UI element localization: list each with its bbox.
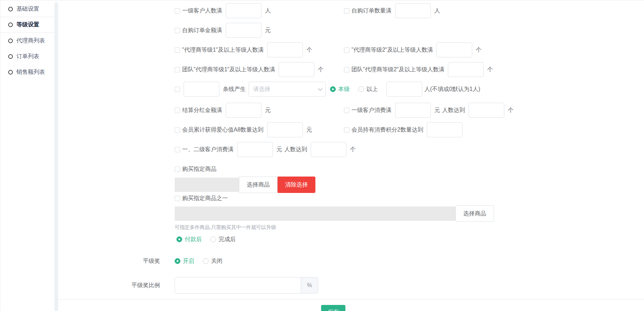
condition-label: 会员持有消费积分2数量达到 [351, 126, 423, 134]
lines-count-input[interactable] [184, 82, 219, 97]
condition-label: 团队"代理商等级1"及以上等级人数满 [182, 66, 275, 73]
radio-above-level[interactable] [358, 86, 364, 92]
sidebar-item-sales-list[interactable]: 销售额列表 [0, 64, 54, 80]
sidebar-item-label: 销售额列表 [16, 68, 45, 76]
condition-label: 结算分红金额满 [182, 107, 222, 114]
love-value-input[interactable] [267, 122, 303, 137]
condition-label: 自购订单金额满 [182, 27, 222, 34]
circle-icon [8, 70, 13, 75]
unit-label: 个 [476, 46, 481, 54]
unit-label: 个 [487, 66, 493, 73]
peer-award-label: 平级奖 [58, 258, 160, 265]
checkbox-team-agent-level2[interactable] [344, 67, 349, 72]
checkbox-love-value[interactable] [175, 127, 180, 133]
radio-after-payment[interactable] [176, 236, 182, 242]
circle-icon [8, 7, 13, 11]
condition-label: 会员累计获得爱心值A8数量达到 [182, 126, 264, 134]
select-products-button[interactable]: 选择商品 [455, 205, 494, 222]
peer-award-ratio-label: 平级奖比例 [58, 282, 160, 289]
lines-suffix-label: 人(不填或0默认为1人) [424, 86, 480, 93]
radio-label: 关闭 [211, 258, 223, 265]
radio-peer-award-off[interactable] [203, 258, 209, 264]
checkbox-dividend-amount[interactable] [175, 108, 180, 113]
unit-label: 元 [265, 107, 271, 114]
unit-label: 个 [306, 46, 312, 54]
condition-label: "代理商等级1"及以上等级人数满 [182, 46, 264, 54]
agent-level1-input[interactable] [267, 42, 303, 57]
radio-current-level[interactable] [330, 86, 336, 92]
circle-icon [8, 22, 13, 27]
dividend-amount-input[interactable] [226, 103, 261, 118]
agent-level2-input[interactable] [436, 42, 472, 57]
unit-label: 元 [306, 126, 312, 134]
select-placeholder: 请选择 [253, 86, 270, 93]
unit-label: 元 [276, 146, 282, 153]
checkbox-buy-product[interactable] [175, 167, 180, 172]
checkbox-team-agent-level1[interactable] [175, 67, 180, 72]
unit-label: 个 [508, 107, 514, 114]
circle-icon [8, 39, 13, 43]
sidebar-item-order-list[interactable]: 订单列表 [0, 49, 54, 64]
team-agent-level1-input[interactable] [279, 62, 314, 77]
lines-mid-label: 条线产生 [223, 86, 246, 93]
checkbox-buy-one-of-products[interactable] [175, 196, 180, 201]
select-product-button[interactable]: 选择商品 [239, 177, 278, 193]
sidebar-item-label: 代理商列表 [16, 37, 45, 45]
points2-input[interactable] [427, 122, 463, 137]
sidebar-item-label: 等级设置 [16, 21, 39, 29]
level12-consumption-input[interactable] [237, 142, 273, 157]
scrollbar[interactable] [54, 2, 58, 311]
unit-label: 个 [318, 66, 324, 73]
level-settings-form: 一级客户人数满 人 自购订单数量满 人 自购订单金额满 元 "代理商等级1"及以… [58, 0, 644, 311]
radio-label: 本级 [338, 86, 350, 93]
condition-label: 一级客户人数满 [182, 7, 222, 15]
circle-icon [8, 54, 13, 59]
peer-award-ratio-input[interactable] [175, 277, 301, 293]
chevron-down-icon [318, 86, 323, 91]
checkbox-self-order-count[interactable] [344, 8, 349, 14]
checkbox-first-level-customers[interactable] [175, 8, 180, 14]
sidebar-item-agent-list[interactable]: 代理商列表 [0, 33, 54, 49]
checkbox-agent-level2[interactable] [344, 47, 349, 53]
checkbox-lines-condition[interactable] [175, 87, 180, 92]
checkbox-self-order-amount[interactable] [175, 28, 180, 33]
selected-product-field [175, 178, 239, 192]
first-level-consumption-input[interactable] [395, 103, 431, 118]
condition-label: 团队"代理商等级2"及以上等级人数满 [351, 66, 444, 73]
condition-label: 自购订单数量满 [351, 7, 391, 15]
lines-people-input[interactable] [386, 82, 422, 97]
self-order-amount-input[interactable] [226, 23, 261, 38]
clear-selection-button[interactable]: 清除选择 [278, 177, 315, 193]
sidebar-item-basic-settings[interactable]: 基础设置 [0, 1, 54, 17]
checkbox-agent-level1[interactable] [175, 47, 180, 53]
unit-label: 人 [434, 7, 440, 15]
self-order-count-input[interactable] [395, 3, 431, 18]
checkbox-first-level-consumption[interactable] [344, 108, 349, 113]
condition-label: 购买指定商品 [182, 165, 216, 173]
checkbox-points2[interactable] [344, 127, 349, 133]
products-hint: 可指定多件商品,只需购买其中一件就可以升级 [175, 224, 276, 231]
unit-label: 个 [350, 146, 356, 153]
radio-after-completion[interactable] [210, 236, 216, 242]
sidebar-item-level-settings[interactable]: 等级设置 [0, 17, 54, 33]
unit-label: 元 [434, 107, 440, 114]
radio-label: 以上 [366, 86, 378, 93]
checkbox-level12-consumption[interactable] [175, 147, 180, 152]
save-button[interactable]: 保存 [321, 305, 345, 311]
lines-level-select[interactable]: 请选择 [249, 82, 326, 97]
radio-label: 付款后 [185, 236, 202, 243]
condition-label: 购买指定商品之一 [182, 195, 228, 202]
radio-peer-award-on[interactable] [175, 258, 180, 264]
percent-addon: % [301, 277, 318, 293]
level12-consumption-count-input[interactable] [311, 142, 346, 157]
radio-label: 完成后 [219, 236, 236, 243]
level-settings-page: 基础设置 等级设置 代理商列表 订单列表 销售额列表 一级客户人数满 人 [0, 0, 644, 311]
unit-label: 元 [265, 27, 271, 34]
radio-label: 开启 [183, 258, 194, 265]
mid-label: 人数达到 [442, 107, 465, 114]
team-agent-level2-input[interactable] [448, 62, 484, 77]
condition-label: 一、二级客户消费满 [182, 146, 234, 153]
first-level-customers-input[interactable] [226, 3, 261, 18]
condition-label: "代理商等级2"及以上等级人数满 [351, 46, 433, 54]
first-level-consumption-count-input[interactable] [469, 103, 504, 118]
